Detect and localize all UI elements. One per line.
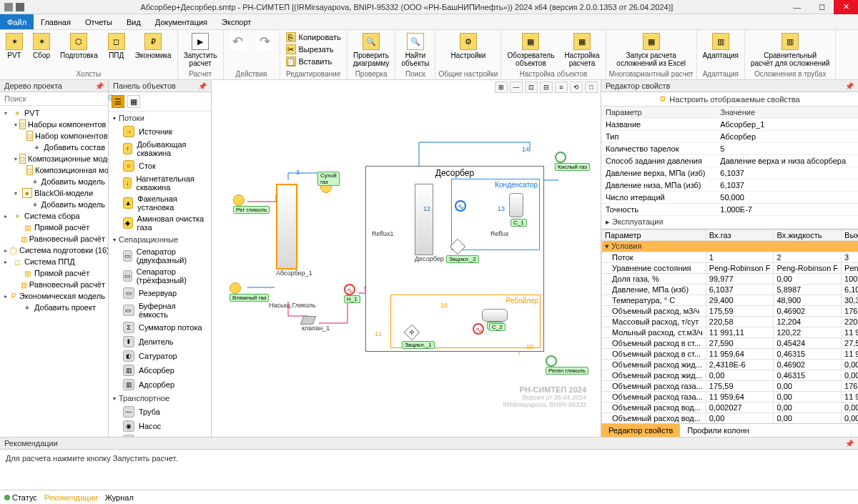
tree-item[interactable]: ◻Композиционная модель [0, 164, 108, 176]
object-item[interactable]: ▥Абсорбер [109, 363, 211, 377]
ribbon-adapt[interactable]: ▥Адаптация [700, 31, 741, 61]
ribbon-podgotovka[interactable]: ⬡Подготовка [57, 31, 101, 61]
node-reg-glycol[interactable]: Рег гликоль [233, 194, 270, 214]
object-item[interactable]: ΣСумматор потока [109, 320, 211, 335]
ribbon-ppd[interactable]: ◻ППД [105, 31, 128, 61]
menu-main[interactable]: Главная [34, 14, 78, 29]
node-h2[interactable]: ∿ H_2 [473, 323, 484, 335]
view-list-button[interactable]: ☰ [112, 95, 124, 108]
expand-exploitation[interactable]: ▸ Эксплуатация [601, 216, 858, 229]
diagram-canvas[interactable]: ⊞ — ⊡ ⊟ ≡ ⟲ □ [212, 80, 601, 437]
prop-value[interactable]: 50,000 [716, 192, 858, 204]
node-h1[interactable]: ∿ H_1 [344, 284, 360, 303]
pin-icon[interactable]: 📌 [198, 82, 207, 90]
object-category[interactable]: ▾Транспортное [109, 392, 211, 405]
node-cooler[interactable]: ∿ [455, 200, 466, 212]
object-item[interactable]: ▥Адсорбер [109, 377, 211, 392]
maximize-button[interactable]: ◻ [809, 0, 834, 14]
object-item[interactable]: ▲Факельная установка [109, 193, 211, 213]
tree-item[interactable]: ▸◯Система подготовки (16) [0, 244, 108, 256]
section-header[interactable]: ▾ Условия [602, 241, 859, 252]
ribbon-economy[interactable]: ₽Экономика [132, 31, 174, 61]
node-desorber[interactable]: Десорбер [415, 184, 444, 262]
status-journal[interactable]: Журнал [105, 493, 134, 502]
qat-save-icon[interactable] [16, 3, 24, 11]
tree-item[interactable]: ▸◻Система ППД [0, 256, 108, 267]
prop-value[interactable]: Давление верха и низа абсорбера [716, 155, 858, 167]
object-item[interactable]: —Труба [109, 405, 211, 419]
node-wet-gas[interactable]: Влажный газ [230, 282, 269, 302]
menu-export[interactable]: Экспорт [214, 14, 258, 29]
menu-file[interactable]: Файл [0, 14, 34, 29]
menu-view[interactable]: Вид [119, 14, 148, 29]
node-zacikl2[interactable]: Зацикл._2 [452, 241, 463, 252]
object-category[interactable]: ▾Сепарационные [109, 233, 211, 246]
ribbon-undo[interactable]: ↶ [227, 31, 250, 51]
tree-item[interactable]: ▾■BlackOil-модели [0, 187, 108, 199]
tree-item[interactable]: +Добавить состав [0, 142, 108, 153]
tree-item[interactable]: ▥Прямой расчёт [0, 222, 108, 233]
tree-item[interactable]: ▸PЭкономическая модель [0, 290, 108, 302]
ribbon-calc-setup[interactable]: ▦Настройка расчета [561, 31, 602, 69]
pin-icon[interactable]: 📌 [95, 82, 104, 90]
object-item[interactable]: ▭Буферная ёмкость [109, 300, 211, 320]
prop-value[interactable]: 6,1037 [716, 179, 858, 192]
node-c1[interactable]: C_1 [509, 193, 523, 217]
tree-item[interactable]: ▾✶PVT [0, 107, 108, 119]
node-sukhoi[interactable]: Сухой газ [320, 182, 332, 193]
tab-profiles[interactable]: Профили колонн [680, 424, 756, 437]
tree-item[interactable]: ◻Набор компонентов 2 [0, 130, 108, 142]
ribbon-complications[interactable]: ▥Сравнительный расчёт для осложнений [748, 31, 832, 69]
tab-editor[interactable]: Редактор свойств [601, 424, 680, 437]
qat-icon[interactable] [4, 3, 13, 11]
object-category[interactable]: ▾Потоки [109, 112, 211, 124]
node-regen[interactable]: Реген гликоль [546, 355, 588, 375]
tree-search-input[interactable] [0, 92, 107, 105]
prop-value[interactable]: 5 [716, 143, 858, 155]
object-item[interactable]: →Источник [109, 124, 211, 139]
prop-value[interactable]: Абсорбер_1 [716, 119, 858, 131]
node-absorber[interactable]: Абсорбер_1 [276, 184, 312, 277]
close-button[interactable]: ✕ [834, 0, 858, 14]
object-item[interactable]: ◉Насос [109, 419, 211, 433]
status-recommend[interactable]: Рекомендации [44, 493, 98, 502]
ribbon-settings[interactable]: ⚙Настройки [448, 31, 488, 61]
object-item[interactable]: ▭Сепаратор (двухфазный) [109, 246, 211, 266]
object-item[interactable]: ↑Добывающая скважина [109, 139, 211, 159]
ribbon-paste[interactable]: 📋Вставить [283, 56, 344, 67]
node-zacikl1[interactable]: R Зацикл._1 [406, 327, 418, 338]
object-item[interactable]: ▭Резервуар [109, 286, 211, 300]
node-klapan[interactable]: клапан_1 [302, 316, 330, 332]
object-item[interactable]: ◆Аминовая очистка газа [109, 213, 211, 233]
object-item[interactable]: ↓Нагнетательная скважина [109, 173, 211, 193]
tree-item[interactable]: +Добавить проект [0, 302, 108, 313]
object-item[interactable]: ▭Сепаратор (трёхфазный) [109, 266, 211, 286]
props-config-link[interactable]: ⚙Настроить отображаемые свойства [601, 92, 858, 107]
ribbon-browser[interactable]: ▦Обозреватель объектов [504, 31, 557, 69]
ribbon-cut[interactable]: ✂Вырезать [283, 44, 344, 55]
menu-reports[interactable]: Отчеты [78, 14, 119, 29]
node-kislyi[interactable]: Кислый газ [555, 152, 590, 171]
tree-item[interactable]: ▾◻Наборы компонентов [0, 119, 108, 130]
minimize-button[interactable]: — [785, 0, 809, 14]
node-c2[interactable]: C_2 [482, 309, 508, 322]
ribbon-find[interactable]: 🔍Найти объекты [398, 31, 432, 69]
tree-item[interactable]: ▥Прямой расчёт [0, 267, 108, 279]
status-status[interactable]: Статус [4, 493, 37, 502]
tree-item[interactable]: ▥Равновесный расчёт [0, 279, 108, 290]
tree-item[interactable]: ▾◻Композиционные модели [0, 153, 108, 164]
prop-value[interactable]: Абсорбер [716, 131, 858, 143]
tree-item[interactable]: ▥Равновесный расчёт [0, 233, 108, 244]
object-item[interactable]: ⬍Делитель [109, 335, 211, 349]
ribbon-run[interactable]: ▶Запустить расчет [181, 31, 220, 69]
object-item[interactable]: ◐Сатуратор [109, 349, 211, 363]
ribbon-redo[interactable]: ↷ [254, 31, 277, 51]
object-item[interactable]: ○Сток [109, 159, 211, 173]
ribbon-pvt[interactable]: ✶PVT [3, 31, 26, 61]
prop-value[interactable]: 6,1037 [716, 167, 858, 179]
ribbon-check[interactable]: 🔍Проверить диаграмму [350, 31, 393, 69]
prop-value[interactable]: 1,000E-7 [716, 204, 858, 216]
pin-icon[interactable]: 📌 [845, 82, 854, 90]
ribbon-sbor[interactable]: ✶Сбор [30, 31, 53, 61]
pin-icon[interactable]: 📌 [845, 440, 854, 448]
